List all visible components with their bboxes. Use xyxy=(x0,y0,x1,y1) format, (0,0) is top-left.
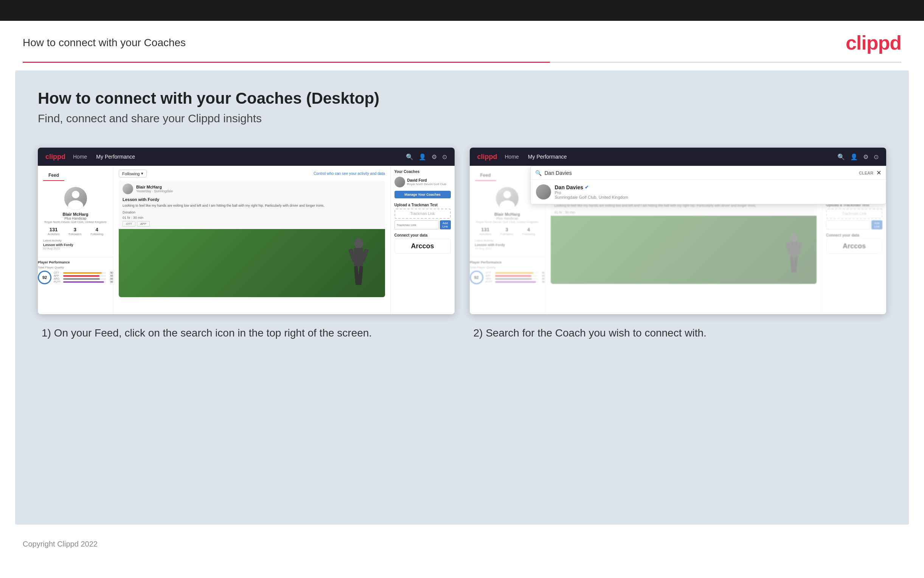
manage-coaches-btn-1[interactable]: Manage Your Coaches xyxy=(395,191,451,198)
result-club-1: Sunningdale Golf Club, United Kingdom xyxy=(555,195,628,200)
post-card-1: Blair McHarg Yesterday · Sunningdale Les… xyxy=(119,180,385,297)
trackman-input-1[interactable] xyxy=(395,220,439,229)
app-logo-2: clippd xyxy=(477,153,497,161)
action-app-1[interactable]: APP xyxy=(137,221,150,227)
result-role-1: Pro xyxy=(555,190,628,195)
quality-label-1: Total Player Quality xyxy=(38,266,113,269)
search-result-1[interactable]: Dan Davies ✔ Pro Sunningdale Golf Club, … xyxy=(531,180,886,204)
top-bar xyxy=(0,0,924,21)
screenshot-block-2: clippd Home My Performance 🔍 👤 ⚙ ⊙ xyxy=(470,148,887,340)
action-ott-1[interactable]: OTT xyxy=(123,221,135,227)
post-duration-1: Duration xyxy=(119,211,385,216)
post-time-1: Yesterday · Sunningdale xyxy=(136,189,173,193)
stat-followers-1: 3 Followers xyxy=(68,227,81,236)
coaches-title-1: Your Coaches xyxy=(395,170,451,174)
upload-title-1: Upload a Trackman Test xyxy=(395,203,451,207)
search-icon-nav-1[interactable]: 🔍 xyxy=(406,153,413,161)
app-center-1: Following ▾ Control who can see your act… xyxy=(113,166,390,314)
nav-home-1[interactable]: Home xyxy=(73,154,87,160)
svg-rect-11 xyxy=(793,257,798,273)
post-avatar-1 xyxy=(123,183,133,194)
feed-tab-2: Feed xyxy=(475,170,496,181)
trackman-placeholder-1: Trackman Link xyxy=(395,209,451,219)
post-actions-1: OTT APP xyxy=(119,221,385,229)
control-link-1[interactable]: Control who can see your activity and da… xyxy=(314,172,385,175)
nav-myperformance-1[interactable]: My Performance xyxy=(96,154,135,160)
coach-avatar-1 xyxy=(395,177,405,187)
profile-section-1: Blair McHarg Plus Handicap Royal North D… xyxy=(38,184,113,253)
coach-name-1: David Ford xyxy=(407,178,446,182)
stat-following-1: 4 Following xyxy=(91,227,103,236)
post-author-1: Blair McHarg xyxy=(136,185,173,189)
clear-button[interactable]: CLEAR xyxy=(859,171,873,175)
verified-icon-1: ✔ xyxy=(585,185,589,190)
page-heading: How to connect with your Coaches (Deskto… xyxy=(38,89,886,107)
player-perf-1: Player Performance Total Player Quality … xyxy=(38,257,113,284)
trackman-input-row-1: Add Link xyxy=(395,220,451,229)
profile-name-2: Blair McHarg xyxy=(475,212,540,216)
footer: Copyright Clippd 2022 xyxy=(0,532,924,556)
header-title: How to connect with your Coaches xyxy=(23,37,186,49)
stats-row-2: 131Activities 3Followers 4Following xyxy=(475,227,540,236)
coach-item-1: David Ford Royal North Devon Golf Club xyxy=(395,177,451,187)
settings-icon-nav-1[interactable]: ⚙ xyxy=(432,153,437,161)
profile-avatar-1 xyxy=(64,187,87,210)
main-content: How to connect with your Coaches (Deskto… xyxy=(15,70,909,524)
latest-activity-label-1: Latest Activity xyxy=(43,239,108,242)
nav-home-2[interactable]: Home xyxy=(505,154,519,160)
search-overlay-2: 🔍 Dan Davies CLEAR ✕ Dan Davies ✔ xyxy=(530,166,887,205)
app-logo-1: clippd xyxy=(45,153,65,161)
profile-club-1: Royal North Devon Golf Club, United King… xyxy=(43,220,108,224)
step2-description: 2) Search for the Coach you wish to conn… xyxy=(470,314,887,340)
copyright-text: Copyright Clippd 2022 xyxy=(23,540,97,548)
search-icon-nav-2[interactable]: 🔍 xyxy=(837,153,845,161)
following-row-1: Following ▾ Control who can see your act… xyxy=(119,170,385,177)
user-icon-nav-2[interactable]: 👤 xyxy=(850,153,858,161)
nav-myperformance-2[interactable]: My Performance xyxy=(528,154,567,160)
search-query-text[interactable]: Dan Davies xyxy=(545,170,856,176)
step1-description: 1) On your Feed, click on the search ico… xyxy=(38,314,455,340)
search-icon-overlay: 🔍 xyxy=(535,170,542,176)
settings-icon-nav-2[interactable]: ⚙ xyxy=(863,153,868,161)
app-body-1: Feed Blair McHarg Plus Handicap Royal No… xyxy=(38,166,455,314)
close-search-button[interactable]: ✕ xyxy=(876,169,881,176)
page-subheading: Find, connect and share your Clippd insi… xyxy=(38,112,886,125)
arccos-logo-1: Arccos xyxy=(395,239,451,253)
result-name-1: Dan Davies ✔ xyxy=(555,184,628,190)
post-title-1: Lesson with Fordy xyxy=(119,197,385,203)
profile-icon-nav-1[interactable]: ⊙ xyxy=(442,153,447,161)
post-image-1 xyxy=(119,229,385,297)
step2-text: 2) Search for the Coach you wish to conn… xyxy=(474,326,883,340)
feed-tab-1[interactable]: Feed xyxy=(43,170,64,181)
profile-name-1: Blair McHarg xyxy=(43,212,108,216)
app-nav-items-2: Home My Performance xyxy=(505,154,830,160)
app-overlay-wrapper: clippd Home My Performance 🔍 👤 ⚙ ⊙ xyxy=(470,148,887,314)
golfer-svg-1 xyxy=(336,237,381,297)
screenshot-block-1: clippd Home My Performance 🔍 👤 ⚙ ⊙ xyxy=(38,148,455,340)
app-nav-items-1: Home My Performance xyxy=(73,154,398,160)
activity-name-1: Lesson with Fordy xyxy=(43,243,108,247)
app-nav-icons-2: 🔍 👤 ⚙ ⊙ xyxy=(837,153,879,161)
quality-row-1: 92 OTT90 APP85 ARG86 PUTT96 xyxy=(38,271,113,284)
quality-bars-1: OTT90 APP85 ARG86 PUTT96 xyxy=(54,271,113,284)
profile-icon-nav-2[interactable]: ⊙ xyxy=(874,153,879,161)
connect-title-1: Connect your data xyxy=(395,233,451,237)
svg-point-0 xyxy=(354,238,363,249)
svg-point-6 xyxy=(790,233,798,242)
step1-text: 1) On your Feed, click on the search ico… xyxy=(42,326,451,340)
app-nav-1: clippd Home My Performance 🔍 👤 ⚙ ⊙ xyxy=(38,148,455,166)
screenshot-frame-1: clippd Home My Performance 🔍 👤 ⚙ ⊙ xyxy=(38,148,455,314)
user-icon-nav-1[interactable]: 👤 xyxy=(419,153,426,161)
svg-rect-5 xyxy=(358,266,363,285)
header: How to connect with your Coaches clippd xyxy=(0,21,924,62)
result-avatar-1 xyxy=(536,184,551,200)
app-left-1: Feed Blair McHarg Plus Handicap Royal No… xyxy=(38,166,113,314)
app-nav-2: clippd Home My Performance 🔍 👤 ⚙ ⊙ xyxy=(470,148,887,166)
following-button-1[interactable]: Following ▾ xyxy=(119,170,147,177)
post-text-1: Looking to feel like my hands are exitin… xyxy=(119,203,385,211)
search-bar-row-2: 🔍 Dan Davies CLEAR ✕ xyxy=(531,166,886,180)
add-link-btn-1[interactable]: Add Link xyxy=(440,220,451,229)
coach-club-1: Royal North Devon Golf Club xyxy=(407,182,446,186)
connect-section-1: Connect your data Arccos xyxy=(395,233,451,253)
profile-handicap-1: Plus Handicap xyxy=(43,216,108,220)
